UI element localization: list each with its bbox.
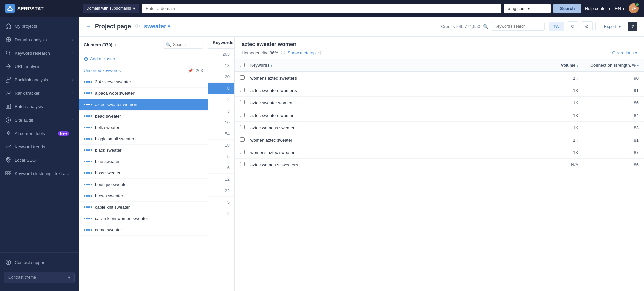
chevron-down-icon: ▾ — [133, 6, 135, 11]
sidebar-bottom: Contact support Contrast theme ▾ — [0, 252, 79, 291]
back-button[interactable]: ← — [86, 23, 91, 29]
cluster-search-input[interactable] — [173, 42, 200, 47]
volume-column-header[interactable]: Volume ↓ — [538, 63, 578, 68]
list-item[interactable]: calvin klein women sweater — [79, 213, 208, 224]
show-metatop-button[interactable]: Show metatop — [288, 50, 316, 55]
settings-button[interactable]: ⚙ — [581, 21, 593, 31]
row-checkbox[interactable] — [240, 162, 245, 166]
keyword-count-item: 54 — [208, 128, 234, 140]
ai-icon — [5, 130, 11, 136]
row-checkbox[interactable] — [240, 100, 245, 104]
domain-select[interactable]: Domain with subdomains ▾ — [83, 4, 139, 13]
list-item[interactable]: boutique sweater — [79, 179, 208, 190]
keywords-col-header: Keywords ▾ — [208, 37, 234, 49]
contrast-theme-select[interactable]: Contrast theme ▾ — [4, 272, 75, 283]
cluster-grid-icon — [84, 138, 92, 140]
search-button[interactable]: Search — [553, 4, 581, 13]
project-name-link[interactable]: sweater ▾ — [144, 23, 170, 30]
info-icon[interactable]: ⓘ — [135, 23, 140, 29]
chart-icon — [5, 90, 11, 96]
add-cluster-button[interactable]: ⊕ Add a cluster — [79, 53, 208, 65]
panels-container: Clusters (379) ↑ 🔍 ⊕ Add a cluster Un — [79, 37, 644, 291]
cluster-grid-icon — [84, 104, 92, 105]
sidebar-item-batch-analysis[interactable]: Batch analysis › — [0, 100, 79, 113]
logo-icon — [5, 4, 15, 13]
sidebar-item-url-analysis[interactable]: URL analysis › — [0, 60, 79, 73]
location-icon — [5, 157, 11, 163]
connection-column-header[interactable]: Connection strength, % ▾ — [578, 63, 639, 68]
select-all-checkbox[interactable] — [240, 63, 245, 67]
chevron-down-icon: ▾ — [528, 6, 530, 11]
row-checkbox[interactable] — [240, 150, 245, 154]
keyword-count-item: 18 — [208, 140, 234, 151]
keyword-search-input[interactable] — [491, 22, 545, 31]
right-panel: aztec sweater women Homogeneity: 86% ⓘ S… — [235, 37, 644, 291]
list-item[interactable]: cable knit sweater — [79, 202, 208, 213]
row-checkbox[interactable] — [240, 125, 245, 129]
list-item[interactable]: brown sweater — [79, 190, 208, 202]
row-checkbox[interactable] — [240, 88, 245, 92]
table-row: womens aztec sweater 1K 87 — [235, 146, 644, 159]
chevron-right-icon: › — [72, 132, 73, 135]
keywords-sort-button[interactable]: Keywords ▾ — [213, 40, 230, 45]
sidebar-item-domain-analysis[interactable]: Domain analysis › — [0, 33, 79, 46]
list-item[interactable]: blue sweater — [79, 156, 208, 167]
topbar-right: Help center ▾ EN ▾ 8+ — [585, 3, 639, 13]
row-checkbox[interactable] — [240, 137, 245, 142]
search-icon: 🔍 — [166, 42, 171, 47]
row-checkbox[interactable] — [240, 113, 245, 117]
list-item[interactable]: camo sweater — [79, 224, 208, 236]
keyword-count-item: 5 — [208, 197, 234, 208]
sidebar-item-keyword-research[interactable]: Keyword research › — [0, 46, 79, 60]
keyword-count-unsorted: 263 — [208, 49, 234, 60]
cluster-grid-icon — [84, 161, 92, 162]
svg-rect-11 — [8, 172, 9, 173]
homogeneity-row: Homogeneity: 86% ⓘ Show metatop ⓘ Operat… — [241, 50, 637, 56]
chevron-right-icon: › — [72, 38, 73, 42]
logo-text: SERPSTAT — [17, 6, 44, 11]
list-item[interactable]: black sweater — [79, 145, 208, 156]
clustering-icon — [5, 170, 11, 176]
sidebar-item-ai-content-tools[interactable]: AI content tools New › — [0, 127, 79, 140]
sidebar-item-contact-support[interactable]: Contact support — [0, 256, 79, 269]
sidebar-item-backlink-analysis[interactable]: Backlink analysis › — [0, 73, 79, 86]
refresh-button[interactable]: ↻ — [567, 21, 578, 31]
list-item-active[interactable]: aztec sweater women — [79, 99, 208, 111]
sidebar-item-site-audit[interactable]: Site audit › — [0, 113, 79, 127]
help-center-button[interactable]: Help center ▾ — [585, 6, 610, 11]
sidebar-item-keyword-clustering[interactable]: Keyword clustering, Text a... — [0, 167, 79, 180]
search-icon — [5, 50, 11, 56]
export-icon: ↑ — [600, 24, 602, 29]
row-checkbox[interactable] — [240, 75, 245, 80]
keywords-column-header[interactable]: Keywords ▾ — [250, 63, 538, 68]
domain-input[interactable] — [142, 4, 501, 13]
list-item[interactable]: boss sweater — [79, 167, 208, 179]
sidebar-item-rank-tracker[interactable]: Rank tracker › — [0, 86, 79, 100]
domain-icon — [5, 37, 11, 43]
ta-button[interactable]: TA — [549, 22, 564, 31]
info-icon[interactable]: ⓘ — [281, 50, 285, 56]
language-button[interactable]: EN ▾ — [615, 6, 625, 11]
export-button[interactable]: ↑ Export ▾ — [595, 22, 625, 31]
topbar-center: Domain with subdomains ▾ bing.com ▾ Sear… — [83, 4, 581, 13]
sidebar-item-keyword-trends[interactable]: Keyword trends — [0, 140, 79, 153]
help-button[interactable]: ? — [628, 22, 637, 31]
unsorted-keywords-item[interactable]: Unsorted keywords 📌 263 — [79, 65, 208, 76]
info-icon[interactable]: ⓘ — [318, 50, 322, 56]
keyword-count-item: 5 — [208, 151, 234, 162]
list-item[interactable]: bead sweater — [79, 111, 208, 122]
sort-icon: ▾ — [637, 64, 639, 67]
engine-select[interactable]: bing.com ▾ — [504, 4, 551, 13]
list-item[interactable]: belk sweater — [79, 122, 208, 133]
list-item[interactable]: 3 4 sleeve sweater — [79, 76, 208, 88]
operations-button[interactable]: Operations ▾ — [612, 50, 637, 55]
sidebar-nav: My projects Domain analysis › Keyword re… — [0, 17, 79, 252]
svg-rect-0 — [5, 4, 15, 13]
cluster-grid-icon — [84, 184, 92, 185]
avatar[interactable]: 8+ — [629, 3, 639, 13]
sort-icon[interactable]: ↑ — [114, 42, 116, 47]
list-item[interactable]: alpaca wool sweater — [79, 88, 208, 99]
sidebar-item-local-seo[interactable]: Local SEO — [0, 153, 79, 167]
sidebar-item-my-projects[interactable]: My projects — [0, 19, 79, 33]
list-item[interactable]: biggie small sweater — [79, 133, 208, 145]
